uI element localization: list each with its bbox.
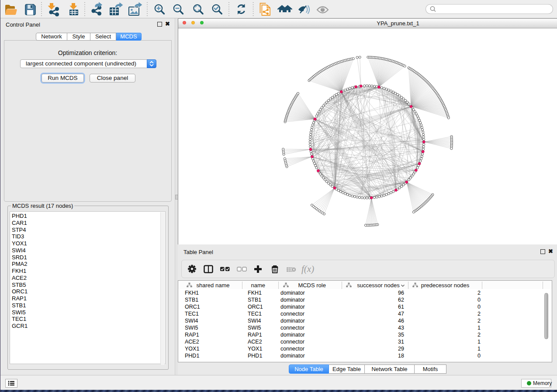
- svg-text:f(x): f(x): [301, 264, 314, 274]
